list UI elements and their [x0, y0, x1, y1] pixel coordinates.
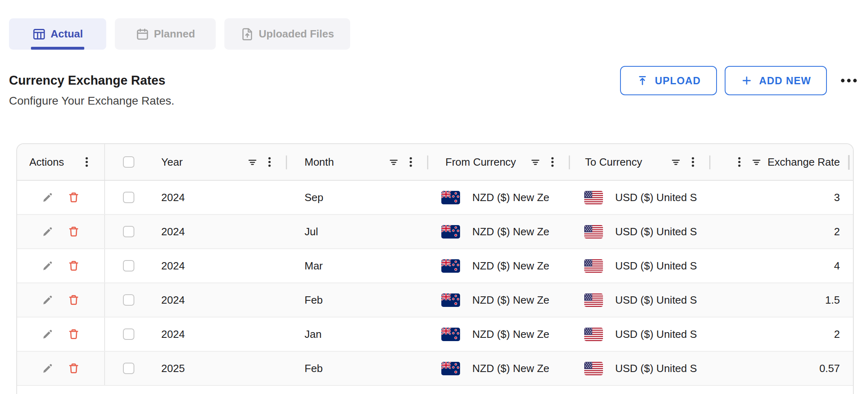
row-checkbox[interactable]: [123, 260, 134, 271]
exchange-rate-cell: 1.5: [710, 283, 853, 317]
to-currency-cell: USD ($) United S: [615, 260, 697, 272]
delete-icon[interactable]: [68, 260, 80, 272]
month-cell: Jan: [286, 317, 427, 351]
row-checkbox[interactable]: [123, 363, 134, 374]
from-currency-cell: NZD ($) New Ze: [472, 362, 549, 375]
column-menu-icon[interactable]: [409, 156, 413, 168]
column-menu-icon[interactable]: [85, 156, 89, 168]
year-cell: 2024: [161, 191, 185, 204]
plus-icon: [741, 74, 753, 87]
united-states-flag-icon: [584, 259, 603, 273]
united-states-flag-icon: [584, 328, 603, 341]
year-cell: 2024: [161, 328, 185, 341]
row-checkbox[interactable]: [123, 192, 134, 203]
new-zealand-flag-icon: [441, 362, 460, 375]
united-states-flag-icon: [584, 362, 603, 375]
table-row: 2025 Feb NZD ($) New Ze USD ($) United S…: [17, 352, 853, 386]
from-currency-cell: NZD ($) New Ze: [472, 225, 549, 238]
delete-icon[interactable]: [68, 191, 80, 204]
delete-icon[interactable]: [68, 328, 80, 340]
select-all-checkbox[interactable]: [123, 156, 134, 168]
from-currency-cell: NZD ($) New Ze: [472, 294, 549, 306]
edit-icon[interactable]: [42, 226, 53, 237]
delete-icon[interactable]: [68, 362, 80, 374]
column-label-from-currency: From Currency: [445, 156, 516, 169]
tab-actual-label: Actual: [50, 28, 83, 40]
to-currency-cell: USD ($) United S: [615, 294, 697, 306]
column-header-actions: Actions: [17, 144, 105, 180]
column-header-year: Year: [105, 144, 286, 180]
exchange-rates-grid: Actions Year Month From Currency: [16, 143, 854, 394]
table-icon: [32, 27, 46, 41]
month-cell: Feb: [286, 283, 427, 317]
column-header-exchange-rate: Exchange Rate: [710, 144, 853, 180]
add-new-button[interactable]: ADD NEW: [725, 66, 827, 95]
column-label-to-currency: To Currency: [585, 156, 642, 169]
row-checkbox[interactable]: [123, 328, 134, 340]
exchange-rate-cell: 0.57: [710, 352, 853, 385]
new-zealand-flag-icon: [441, 191, 460, 204]
edit-icon[interactable]: [42, 192, 53, 203]
table-row: 2024 Jul NZD ($) New Ze USD ($) United S…: [17, 215, 853, 249]
more-options-button[interactable]: [840, 77, 858, 84]
new-zealand-flag-icon: [441, 225, 460, 239]
table-row: 2024 Feb NZD ($) New Ze USD ($) United S…: [17, 283, 853, 317]
column-label-month: Month: [305, 156, 334, 169]
year-cell: 2025: [161, 362, 185, 375]
column-menu-icon[interactable]: [691, 156, 695, 168]
page-title: Currency Exchange Rates: [9, 73, 165, 88]
column-menu-icon[interactable]: [267, 156, 272, 168]
year-cell: 2024: [161, 225, 185, 238]
column-header-to-currency: To Currency: [569, 144, 710, 180]
tab-uploaded-files[interactable]: Uploaded Files: [224, 18, 350, 50]
column-label-exchange-rate: Exchange Rate: [767, 156, 840, 169]
column-header-month: Month: [286, 144, 427, 180]
filter-icon[interactable]: [530, 157, 541, 167]
column-resize-handle[interactable]: [848, 155, 850, 170]
column-header-from-currency: From Currency: [427, 144, 569, 180]
ellipsis-icon: [840, 77, 858, 84]
column-label-actions: Actions: [29, 156, 64, 169]
row-checkbox[interactable]: [123, 226, 134, 237]
filter-icon[interactable]: [247, 157, 258, 167]
new-zealand-flag-icon: [441, 259, 460, 273]
column-label-year: Year: [161, 156, 183, 169]
column-menu-icon[interactable]: [550, 156, 555, 168]
year-cell: 2024: [161, 294, 185, 306]
filter-icon[interactable]: [388, 157, 399, 167]
filter-icon[interactable]: [751, 157, 762, 167]
month-cell: Jul: [286, 215, 427, 248]
upload-button[interactable]: UPLOAD: [620, 66, 717, 95]
edit-icon[interactable]: [42, 329, 53, 340]
row-checkbox[interactable]: [123, 294, 134, 306]
edit-icon[interactable]: [42, 260, 53, 271]
tab-uploaded-label: Uploaded Files: [259, 28, 334, 40]
upload-button-label: UPLOAD: [655, 75, 701, 87]
delete-icon[interactable]: [68, 225, 80, 238]
new-zealand-flag-icon: [441, 328, 460, 341]
add-new-button-label: ADD NEW: [759, 75, 811, 87]
edit-icon[interactable]: [42, 363, 53, 374]
tab-planned-label: Planned: [154, 28, 195, 40]
column-menu-icon[interactable]: [737, 156, 741, 168]
file-upload-icon: [241, 27, 254, 41]
grid-header-row: Actions Year Month From Currency: [17, 144, 853, 181]
exchange-rate-cell: 3: [710, 181, 853, 214]
from-currency-cell: NZD ($) New Ze: [472, 191, 549, 204]
exchange-rate-cell: 2: [710, 215, 853, 248]
new-zealand-flag-icon: [441, 293, 460, 307]
page-subtitle: Configure Your Exchange Rates.: [9, 94, 174, 107]
from-currency-cell: NZD ($) New Ze: [472, 328, 549, 341]
to-currency-cell: USD ($) United S: [615, 362, 697, 375]
filter-icon[interactable]: [671, 157, 681, 167]
tab-planned[interactable]: Planned: [115, 18, 216, 50]
page: Actual Planned Uploaded Files Currency E…: [0, 0, 868, 394]
tab-actual[interactable]: Actual: [9, 18, 106, 50]
to-currency-cell: USD ($) United S: [615, 225, 697, 238]
month-cell: Sep: [286, 181, 427, 214]
grid-body: 2024 Sep NZD ($) New Ze USD ($) United S…: [17, 181, 853, 386]
edit-icon[interactable]: [42, 295, 53, 306]
upload-icon: [636, 74, 649, 87]
united-states-flag-icon: [584, 191, 603, 204]
delete-icon[interactable]: [68, 294, 80, 306]
